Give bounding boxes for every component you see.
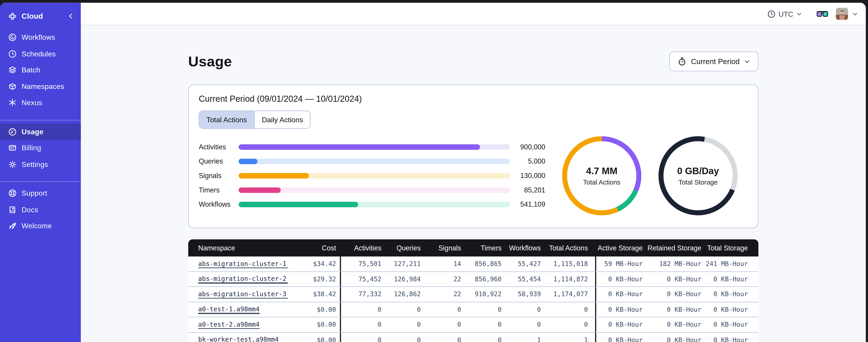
user-avatar[interactable] xyxy=(836,8,848,20)
cell-workflows: 0 xyxy=(505,302,545,317)
sidebar-item-welcome[interactable]: Welcome xyxy=(0,218,81,234)
sidebar-nav-main: WorkflowsSchedulesBatchNamespacesNexus xyxy=(0,29,81,111)
cell-active-storage: 0 KB-Hour xyxy=(595,302,647,317)
cell-retained-storage: 0 KB-Hour xyxy=(647,287,705,302)
cell-total-storage: 0 KB-Hour xyxy=(705,333,758,342)
bar-fill-activities xyxy=(239,144,480,150)
period-selector-button[interactable]: Current Period xyxy=(670,52,758,71)
collapse-sidebar-icon[interactable] xyxy=(67,13,74,19)
cell-cost: $0.00 xyxy=(288,333,340,342)
bar-value-label: 900,000 xyxy=(510,143,546,151)
namespace-link[interactable]: bk-worker-test.a98mm4 xyxy=(198,336,279,342)
sidebar-item-label: Workflows xyxy=(22,33,55,42)
cell-cost: $0.00 xyxy=(288,317,340,332)
cell-total-actions: 1 xyxy=(545,333,595,342)
namespace-link[interactable]: a0-test-2.a98mm4 xyxy=(198,320,259,329)
namespace-link[interactable]: abs-migration-cluster-2.a98mm4 xyxy=(198,275,288,283)
namespace-link[interactable]: abs-migration-cluster-1.a98mm4 xyxy=(198,260,288,268)
tab-daily-actions[interactable]: Daily Actions xyxy=(254,111,310,128)
table-row: abs-migration-cluster-3.a98mm4$38.4277,3… xyxy=(188,287,758,302)
cell-total-actions: 0 xyxy=(545,302,595,317)
bar-track-timers xyxy=(239,187,510,193)
column-header-active-storage: Active Storage xyxy=(595,239,647,256)
sidebar-item-schedules[interactable]: Schedules xyxy=(0,45,81,62)
sidebar-item-label: Support xyxy=(22,189,47,198)
sidebar-item-usage[interactable]: Usage xyxy=(0,124,81,140)
namespace-cell: abs-migration-cluster-1.a98mm4 xyxy=(188,256,288,271)
namespace-link[interactable]: a0-test-1.a98mm4 xyxy=(198,305,259,314)
dev-mode-glasses-icon[interactable] xyxy=(816,10,828,18)
table-body: abs-migration-cluster-1.a98mm4$34.4275,5… xyxy=(188,256,758,342)
namespace-cell: bk-worker-test.a98mm4 xyxy=(188,333,288,342)
bar-value-label: 5,000 xyxy=(510,158,546,165)
cell-queries: 0 xyxy=(385,333,425,342)
cell-timers: 856,960 xyxy=(465,272,505,286)
cell-signals: 22 xyxy=(425,287,465,302)
table-header-row: NamespaceCostActivitiesQueriesSignalsTim… xyxy=(188,239,758,256)
schedules-icon xyxy=(8,49,17,58)
cell-total-storage: 0 KB-Hour xyxy=(705,317,758,332)
donut-label: Total Storage xyxy=(678,178,717,186)
stage: Cloud WorkflowsSchedulesBatchNamespacesN… xyxy=(0,0,868,342)
timezone-selector[interactable]: UTC xyxy=(768,10,802,18)
cell-retained-storage: 0 KB-Hour xyxy=(647,333,705,342)
sidebar-item-support[interactable]: Support xyxy=(0,185,81,201)
sidebar-item-billing[interactable]: Billing xyxy=(0,140,81,156)
column-header-namespace: Namespace xyxy=(188,239,288,256)
account-menu-chevron-icon[interactable] xyxy=(852,11,858,17)
workflows-icon xyxy=(8,33,17,42)
donut-label: Total Actions xyxy=(583,178,620,186)
cell-retained-storage: 0 KB-Hour xyxy=(647,272,705,286)
sidebar-item-batch[interactable]: Batch xyxy=(0,62,81,78)
cell-cost: $38.42 xyxy=(288,287,340,302)
bar-row-signals: Signals130,000 xyxy=(199,169,546,183)
bar-track-workflows xyxy=(239,202,510,207)
sidebar-item-settings[interactable]: Settings xyxy=(0,156,81,172)
sidebar-item-workflows[interactable]: Workflows xyxy=(0,29,81,45)
cell-timers: 910,922 xyxy=(465,287,505,302)
cell-retained-storage: 0 KB-Hour xyxy=(647,317,705,332)
namespace-link[interactable]: abs-migration-cluster-3.a98mm4 xyxy=(198,290,288,299)
cell-workflows: 0 xyxy=(505,317,545,332)
bar-track-activities xyxy=(239,144,510,150)
cell-queries: 127,211 xyxy=(385,256,425,271)
main-column: UTC xyxy=(81,3,866,342)
billing-icon xyxy=(8,144,17,152)
content-area: Usage Current Period xyxy=(81,26,866,342)
table-row: abs-migration-cluster-2.a98mm4$29.3275,4… xyxy=(188,272,758,287)
bar-category-label: Queries xyxy=(199,158,234,165)
table-row: bk-worker-test.a98mm4$0.000000110 KB-Hou… xyxy=(188,333,758,342)
sidebar: Cloud WorkflowsSchedulesBatchNamespacesN… xyxy=(0,3,81,342)
table-row: a0-test-1.a98mm4$0.000000000 KB-Hour0 KB… xyxy=(188,302,758,317)
cell-cost: $0.00 xyxy=(288,302,340,317)
sidebar-item-label: Schedules xyxy=(22,49,56,58)
sidebar-item-namespaces[interactable]: Namespaces xyxy=(0,78,81,95)
charts-area: Activities900,000Queries5,000Signals130,… xyxy=(199,132,748,219)
cell-cost: $29.32 xyxy=(288,272,340,286)
app-window: Cloud WorkflowsSchedulesBatchNamespacesN… xyxy=(0,3,866,342)
batch-icon xyxy=(8,66,17,74)
usage-summary-card: Current Period (09/01/2024 — 10/01/2024)… xyxy=(188,84,758,228)
brand-label: Cloud xyxy=(22,12,43,20)
table-row: abs-migration-cluster-1.a98mm4$34.4275,5… xyxy=(188,256,758,272)
sidebar-item-docs[interactable]: Docs xyxy=(0,201,81,218)
sidebar-item-label: Welcome xyxy=(22,222,52,230)
namespace-cell: a0-test-1.a98mm4 xyxy=(188,302,288,317)
cell-total-actions: 1,114,872 xyxy=(545,272,595,286)
cell-queries: 126,862 xyxy=(385,287,425,302)
cell-activities: 0 xyxy=(340,333,385,342)
tab-total-actions[interactable]: Total Actions xyxy=(199,111,254,128)
cell-active-storage: 0 KB-Hour xyxy=(595,272,647,286)
chevron-down-icon xyxy=(796,11,802,17)
actions-tabs: Total ActionsDaily Actions xyxy=(199,110,311,129)
cell-retained-storage: 0 KB-Hour xyxy=(647,302,705,317)
bar-category-label: Timers xyxy=(199,186,234,194)
total-storage-donut: 0 GB/DayTotal Storage xyxy=(656,134,740,218)
column-header-timers: Timers xyxy=(465,239,505,256)
sidebar-divider xyxy=(0,119,81,120)
cell-activities: 0 xyxy=(340,317,385,332)
namespace-cell: abs-migration-cluster-3.a98mm4 xyxy=(188,287,288,302)
sidebar-item-nexus[interactable]: Nexus xyxy=(0,95,81,111)
cell-activities: 75,501 xyxy=(340,256,385,271)
donut-center-text: 4.7 MMTotal Actions xyxy=(560,134,644,218)
